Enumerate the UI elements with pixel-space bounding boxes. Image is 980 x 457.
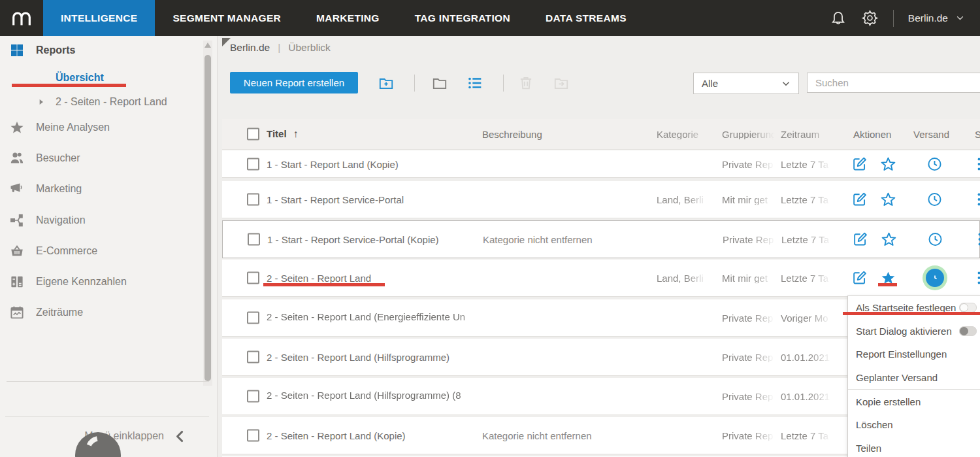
- sidebar-item-meine-analysen[interactable]: Meine Analysen: [0, 116, 196, 139]
- toolbar-divider: [503, 75, 504, 92]
- menu-item-kopie-erstellen[interactable]: Kopie erstellen: [848, 390, 980, 413]
- table-row-selected[interactable]: 2 - Seiten - Report Land Land, Berli Mit…: [222, 260, 980, 297]
- column-header-gruppierung[interactable]: Gruppierung: [722, 129, 777, 140]
- delete-trash-icon[interactable]: [517, 75, 534, 92]
- chevron-down-icon: [955, 12, 966, 24]
- column-header-titel[interactable]: Titel: [267, 128, 299, 140]
- row-checkbox[interactable]: [247, 194, 259, 206]
- row-checkbox[interactable]: [247, 158, 259, 170]
- notifications-bell-icon[interactable]: [830, 10, 847, 27]
- sidebar-item-zeitraeume[interactable]: Zeiträume: [0, 301, 196, 324]
- row-checkbox[interactable]: [247, 272, 259, 284]
- scheduled-dispatch-clock-icon[interactable]: [927, 231, 943, 248]
- sidebar-item-navigation[interactable]: Navigation: [0, 209, 196, 231]
- sidebar-item-besucher[interactable]: Besucher: [0, 147, 196, 169]
- favorite-star-icon[interactable]: [881, 231, 897, 248]
- sidebar-item-ecommerce[interactable]: E-Commerce: [0, 240, 196, 262]
- list-view-icon[interactable]: [466, 75, 483, 92]
- period-value: Voriger Mo: [781, 313, 833, 324]
- menu-item-start-dialog-aktivieren[interactable]: Start Dialog aktivieren: [848, 320, 980, 343]
- dispatch-active-indicator[interactable]: [923, 265, 947, 290]
- grouping-value: Private Rep: [722, 391, 777, 402]
- table-row[interactable]: 1 - Start - Report Service-Portal Land, …: [222, 181, 980, 218]
- scheduled-dispatch-clock-icon[interactable]: [926, 192, 943, 208]
- kebab-menu-icon[interactable]: [971, 192, 980, 208]
- favorite-star-icon[interactable]: [880, 156, 896, 172]
- menu-item-als-startseite-festlegen[interactable]: Als Startseite festlegen: [848, 296, 980, 320]
- period-value: Letzte 7 Ta: [781, 430, 833, 441]
- filter-select[interactable]: Alle: [693, 73, 799, 94]
- sidebar-divider: [7, 381, 209, 382]
- kebab-menu-icon[interactable]: [971, 156, 980, 172]
- tab-intelligence[interactable]: INTELLIGENCE: [43, 0, 155, 36]
- red-underline-annotation: [12, 84, 126, 87]
- row-checkbox[interactable]: [247, 390, 259, 403]
- grouping-value: Private Rep: [722, 158, 777, 169]
- search-input[interactable]: [807, 73, 980, 93]
- breadcrumb-page[interactable]: Überblick: [288, 42, 331, 54]
- column-header-beschreibung[interactable]: Beschreibung: [482, 129, 542, 140]
- report-title[interactable]: 2 - Seiten - Report Land: [267, 273, 371, 284]
- grouping-value: Mit mir get: [722, 273, 777, 284]
- sidebar-item-marketing[interactable]: Marketing: [0, 178, 196, 200]
- report-title[interactable]: 1 - Start - Report Land (Kopie): [267, 158, 399, 169]
- chevron-down-icon: [780, 78, 792, 90]
- grouping-value: Mit mir get: [722, 194, 777, 205]
- move-to-folder-icon[interactable]: [553, 75, 570, 92]
- scheduled-dispatch-clock-icon[interactable]: [926, 156, 943, 172]
- row-checkbox[interactable]: [247, 312, 259, 324]
- red-underline-annotation: [878, 283, 897, 286]
- menu-item-teilen[interactable]: Teilen: [848, 436, 980, 457]
- tab-marketing[interactable]: MARKETING: [299, 0, 397, 36]
- account-switcher[interactable]: Berlin.de: [908, 12, 966, 24]
- row-checkbox[interactable]: [247, 430, 259, 442]
- edit-icon[interactable]: [852, 231, 868, 248]
- sidebar-item-reports[interactable]: Reports: [0, 39, 196, 61]
- tab-tag-integration[interactable]: TAG INTEGRATION: [397, 0, 528, 36]
- settings-gear-icon[interactable]: [861, 9, 879, 27]
- column-header-zeitraum[interactable]: Zeitraum: [781, 129, 833, 140]
- table-row[interactable]: 1 - Start - Report Service-Portal (Kopie…: [222, 220, 980, 258]
- tab-segment-manager[interactable]: SEGMENT MANAGER: [155, 0, 299, 36]
- row-checkbox[interactable]: [248, 233, 260, 246]
- grouping-value: Private Rep: [723, 234, 777, 245]
- calculator-icon: [9, 274, 25, 290]
- breadcrumb-account[interactable]: Berlin.de: [230, 42, 270, 54]
- row-checkbox[interactable]: [247, 351, 259, 364]
- sidebar-item-seiten-report-land[interactable]: 2 - Seiten - Report Land: [0, 91, 196, 113]
- mapp-logo-icon[interactable]: [0, 0, 43, 36]
- menu-item-loeschen[interactable]: Löschen: [848, 413, 980, 437]
- period-value: 01.01.2021: [781, 391, 833, 402]
- sidebar-divider: [5, 416, 209, 417]
- edit-icon[interactable]: [851, 192, 868, 208]
- menu-item-geplanter-versand[interactable]: Geplanter Versand: [848, 366, 980, 390]
- report-title[interactable]: 1 - Start - Report Service-Portal: [267, 194, 404, 205]
- calendar-icon: [9, 305, 25, 320]
- report-title[interactable]: 1 - Start - Report Service-Portal (Kopie…: [267, 234, 439, 245]
- kebab-menu-icon[interactable]: [971, 270, 980, 286]
- breadcrumb: Berlin.de | Überblick: [230, 42, 331, 54]
- caret-right-icon[interactable]: [37, 97, 46, 107]
- report-title: 2 - Seiten - Report Land (Energieeffizie…: [267, 311, 489, 322]
- start-dialog-toggle[interactable]: [959, 326, 977, 336]
- scrollbar-up-arrow-icon[interactable]: [204, 42, 211, 48]
- tab-data-streams[interactable]: DATA STREAMS: [528, 0, 644, 36]
- create-report-button[interactable]: Neuen Report erstellen: [230, 72, 358, 93]
- edit-icon[interactable]: [851, 156, 868, 172]
- edit-icon[interactable]: [851, 270, 868, 286]
- sidebar: Reports Übersicht 2 - Seiten - Report La…: [0, 36, 218, 457]
- report-title[interactable]: 2 - Seiten - Report Land (Kopie): [267, 430, 406, 441]
- sidebar-item-eigene-kennzahlen[interactable]: Eigene Kennzahlen: [0, 271, 196, 293]
- toolbar-divider: [414, 75, 415, 92]
- sidebar-scrollbar-thumb[interactable]: [204, 55, 211, 381]
- filter-selected-value: Alle: [694, 78, 718, 89]
- table-row[interactable]: 1 - Start - Report Land (Kopie) Private …: [222, 150, 980, 178]
- kebab-menu-icon[interactable]: [972, 231, 980, 248]
- favorite-star-icon[interactable]: [880, 192, 896, 208]
- select-all-checkbox[interactable]: [247, 128, 259, 141]
- folder-icon[interactable]: [431, 75, 448, 92]
- column-header-kategorie[interactable]: Kategorie: [657, 129, 710, 140]
- menu-item-report-einstellungen[interactable]: Report Einstellungen: [848, 343, 980, 366]
- report-title[interactable]: 2 - Seiten - Report Land (Hilfsprogramme…: [267, 352, 449, 363]
- add-folder-icon[interactable]: [378, 75, 395, 92]
